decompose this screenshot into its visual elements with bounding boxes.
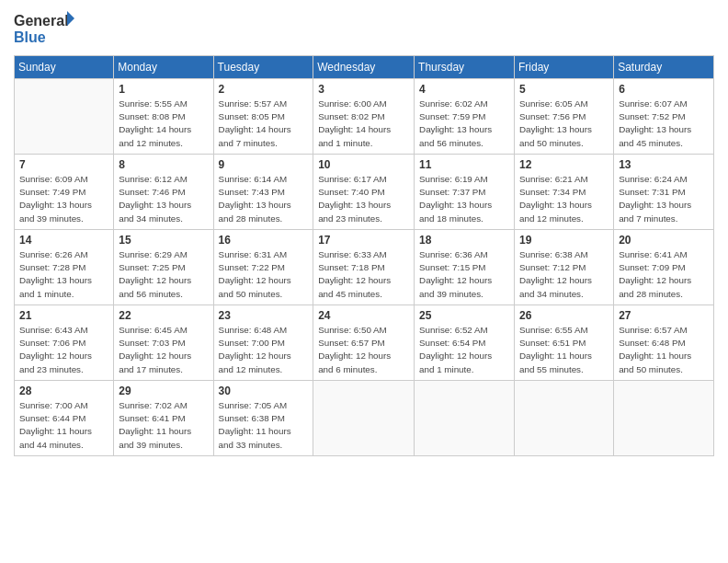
- day-number: 14: [19, 234, 108, 247]
- day-info: Sunrise: 7:02 AMSunset: 6:41 PMDaylight:…: [119, 399, 208, 452]
- day-info: Sunrise: 6:45 AMSunset: 7:03 PMDaylight:…: [119, 324, 208, 376]
- day-info: Sunrise: 6:19 AMSunset: 7:37 PMDaylight:…: [419, 173, 509, 225]
- calendar-cell: 14Sunrise: 6:26 AMSunset: 7:28 PMDayligh…: [15, 230, 114, 305]
- day-info: Sunrise: 6:05 AMSunset: 7:56 PMDaylight:…: [519, 98, 609, 150]
- day-info: Sunrise: 6:00 AMSunset: 8:02 PMDaylight:…: [318, 98, 409, 150]
- calendar-cell: 19Sunrise: 6:38 AMSunset: 7:12 PMDayligh…: [515, 230, 614, 305]
- day-info: Sunrise: 5:57 AMSunset: 8:05 PMDaylight:…: [219, 98, 309, 150]
- calendar-cell: 13Sunrise: 6:24 AMSunset: 7:31 PMDayligh…: [614, 155, 714, 230]
- day-info: Sunrise: 6:14 AMSunset: 7:43 PMDaylight:…: [219, 173, 309, 225]
- calendar-cell: 30Sunrise: 7:05 AMSunset: 6:38 PMDayligh…: [213, 381, 313, 456]
- day-number: 8: [119, 158, 208, 171]
- calendar-cell: [515, 381, 614, 456]
- day-number: 5: [519, 83, 609, 96]
- calendar-cell: [614, 381, 714, 456]
- calendar-cell: 12Sunrise: 6:21 AMSunset: 7:34 PMDayligh…: [515, 155, 614, 230]
- day-info: Sunrise: 6:50 AMSunset: 6:57 PMDaylight:…: [318, 324, 409, 376]
- day-number: 6: [619, 83, 709, 96]
- calendar-cell: 15Sunrise: 6:29 AMSunset: 7:25 PMDayligh…: [114, 230, 213, 305]
- calendar-cell: 24Sunrise: 6:50 AMSunset: 6:57 PMDayligh…: [313, 305, 415, 381]
- day-header: Tuesday: [213, 56, 313, 79]
- calendar-cell: 4Sunrise: 6:02 AMSunset: 7:59 PMDaylight…: [415, 79, 515, 155]
- calendar-table: SundayMondayTuesdayWednesdayThursdayFrid…: [14, 55, 714, 456]
- day-number: 30: [219, 385, 309, 397]
- day-info: Sunrise: 6:29 AMSunset: 7:25 PMDaylight:…: [119, 248, 208, 301]
- day-number: 28: [19, 385, 108, 397]
- day-header: Friday: [515, 56, 614, 79]
- calendar-cell: 26Sunrise: 6:55 AMSunset: 6:51 PMDayligh…: [515, 305, 614, 381]
- day-number: 23: [219, 309, 309, 322]
- calendar-cell: 3Sunrise: 6:00 AMSunset: 8:02 PMDaylight…: [313, 79, 415, 155]
- day-info: Sunrise: 6:38 AMSunset: 7:12 PMDaylight:…: [519, 248, 609, 301]
- day-info: Sunrise: 6:07 AMSunset: 7:52 PMDaylight:…: [619, 98, 709, 150]
- day-header: Wednesday: [313, 56, 415, 79]
- day-number: 9: [219, 158, 309, 171]
- day-header: Monday: [114, 56, 213, 79]
- day-info: Sunrise: 6:21 AMSunset: 7:34 PMDaylight:…: [519, 173, 609, 225]
- calendar-cell: 10Sunrise: 6:17 AMSunset: 7:40 PMDayligh…: [313, 155, 415, 230]
- calendar-cell: 29Sunrise: 7:02 AMSunset: 6:41 PMDayligh…: [114, 381, 213, 456]
- calendar-cell: 20Sunrise: 6:41 AMSunset: 7:09 PMDayligh…: [614, 230, 714, 305]
- day-number: 2: [219, 83, 309, 96]
- calendar-cell: 22Sunrise: 6:45 AMSunset: 7:03 PMDayligh…: [114, 305, 213, 381]
- day-info: Sunrise: 6:48 AMSunset: 7:00 PMDaylight:…: [219, 324, 309, 376]
- day-number: 13: [619, 158, 709, 171]
- day-number: 22: [119, 309, 208, 322]
- day-info: Sunrise: 6:09 AMSunset: 7:49 PMDaylight:…: [19, 173, 108, 225]
- calendar-cell: 17Sunrise: 6:33 AMSunset: 7:18 PMDayligh…: [313, 230, 415, 305]
- day-number: 11: [419, 158, 509, 171]
- day-number: 4: [419, 83, 509, 96]
- day-number: 29: [119, 385, 208, 397]
- day-number: 16: [219, 234, 309, 247]
- day-number: 7: [19, 158, 108, 171]
- day-info: Sunrise: 6:55 AMSunset: 6:51 PMDaylight:…: [519, 324, 609, 376]
- day-info: Sunrise: 6:31 AMSunset: 7:22 PMDaylight:…: [219, 248, 309, 301]
- day-header: Thursday: [415, 56, 515, 79]
- calendar-cell: [15, 79, 114, 155]
- calendar-cell: 6Sunrise: 6:07 AMSunset: 7:52 PMDaylight…: [614, 79, 714, 155]
- day-header: Saturday: [614, 56, 714, 79]
- calendar-cell: 9Sunrise: 6:14 AMSunset: 7:43 PMDaylight…: [213, 155, 313, 230]
- calendar-cell: 23Sunrise: 6:48 AMSunset: 7:00 PMDayligh…: [213, 305, 313, 381]
- calendar-cell: 8Sunrise: 6:12 AMSunset: 7:46 PMDaylight…: [114, 155, 213, 230]
- calendar-cell: [313, 381, 415, 456]
- svg-text:Blue: Blue: [14, 29, 46, 45]
- day-number: 19: [519, 234, 609, 247]
- day-info: Sunrise: 7:05 AMSunset: 6:38 PMDaylight:…: [219, 399, 309, 452]
- day-info: Sunrise: 6:24 AMSunset: 7:31 PMDaylight:…: [619, 173, 709, 225]
- day-info: Sunrise: 6:33 AMSunset: 7:18 PMDaylight:…: [318, 248, 409, 301]
- day-header: Sunday: [15, 56, 114, 79]
- day-info: Sunrise: 6:43 AMSunset: 7:06 PMDaylight:…: [19, 324, 108, 376]
- calendar-cell: 5Sunrise: 6:05 AMSunset: 7:56 PMDaylight…: [515, 79, 614, 155]
- day-number: 10: [318, 158, 409, 171]
- calendar-cell: 18Sunrise: 6:36 AMSunset: 7:15 PMDayligh…: [415, 230, 515, 305]
- calendar-cell: [415, 381, 515, 456]
- day-info: Sunrise: 6:36 AMSunset: 7:15 PMDaylight:…: [419, 248, 509, 301]
- day-info: Sunrise: 6:41 AMSunset: 7:09 PMDaylight:…: [619, 248, 709, 301]
- logo: General Blue: [14, 9, 78, 48]
- svg-marker-1: [67, 11, 74, 26]
- day-info: Sunrise: 5:55 AMSunset: 8:08 PMDaylight:…: [119, 98, 208, 150]
- day-number: 27: [619, 309, 709, 322]
- day-info: Sunrise: 6:26 AMSunset: 7:28 PMDaylight:…: [19, 248, 108, 301]
- day-info: Sunrise: 6:12 AMSunset: 7:46 PMDaylight:…: [119, 173, 208, 225]
- calendar-cell: 11Sunrise: 6:19 AMSunset: 7:37 PMDayligh…: [415, 155, 515, 230]
- day-number: 26: [519, 309, 609, 322]
- calendar-cell: 1Sunrise: 5:55 AMSunset: 8:08 PMDaylight…: [114, 79, 213, 155]
- day-info: Sunrise: 6:02 AMSunset: 7:59 PMDaylight:…: [419, 98, 509, 150]
- calendar-cell: 21Sunrise: 6:43 AMSunset: 7:06 PMDayligh…: [15, 305, 114, 381]
- calendar-cell: 25Sunrise: 6:52 AMSunset: 6:54 PMDayligh…: [415, 305, 515, 381]
- calendar-cell: 28Sunrise: 7:00 AMSunset: 6:44 PMDayligh…: [15, 381, 114, 456]
- day-number: 18: [419, 234, 509, 247]
- day-number: 20: [619, 234, 709, 247]
- day-number: 15: [119, 234, 208, 247]
- day-info: Sunrise: 6:52 AMSunset: 6:54 PMDaylight:…: [419, 324, 509, 376]
- calendar-cell: 2Sunrise: 5:57 AMSunset: 8:05 PMDaylight…: [213, 79, 313, 155]
- svg-text:General: General: [14, 13, 69, 29]
- day-number: 3: [318, 83, 409, 96]
- day-number: 12: [519, 158, 609, 171]
- day-info: Sunrise: 7:00 AMSunset: 6:44 PMDaylight:…: [19, 399, 108, 452]
- day-number: 25: [419, 309, 509, 322]
- day-number: 24: [318, 309, 409, 322]
- day-number: 1: [119, 83, 208, 96]
